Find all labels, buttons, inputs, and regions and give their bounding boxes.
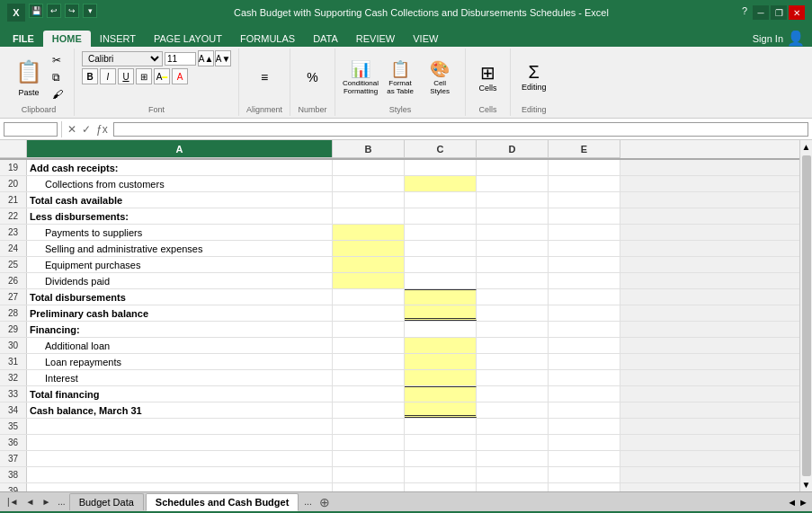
cell-e26[interactable] — [549, 273, 620, 288]
tab-data[interactable]: DATA — [304, 31, 347, 47]
cell-d36[interactable] — [477, 435, 549, 450]
cell-c29[interactable] — [405, 322, 477, 337]
cell-b32[interactable] — [333, 370, 405, 385]
tab-page-layout[interactable]: PAGE LAYOUT — [145, 31, 231, 47]
cell-d34[interactable] — [477, 402, 549, 418]
cell-a39[interactable] — [27, 483, 333, 491]
cell-d21[interactable] — [477, 192, 549, 208]
cell-e31[interactable] — [549, 354, 620, 369]
tab-home[interactable]: HOME — [43, 31, 91, 47]
cell-a20[interactable]: Collections from customers — [27, 176, 333, 191]
cell-b38[interactable] — [333, 467, 405, 482]
font-color-button[interactable]: A — [172, 68, 188, 84]
cell-e20[interactable] — [549, 176, 620, 191]
cell-d31[interactable] — [477, 354, 549, 369]
formula-input[interactable]: Expected cash collections: — [113, 122, 808, 137]
tab-view[interactable]: VIEW — [404, 31, 447, 47]
cell-b20[interactable] — [333, 176, 405, 191]
cell-d23[interactable] — [477, 225, 549, 240]
cell-d19[interactable] — [477, 160, 549, 175]
editing-button[interactable]: Σ Editing — [518, 60, 550, 93]
cell-a26[interactable]: Dividends paid — [27, 273, 333, 288]
cell-d20[interactable] — [477, 176, 549, 191]
cell-b28[interactable] — [333, 305, 405, 321]
cell-e32[interactable] — [549, 370, 620, 385]
grid-scroll[interactable]: 19Add cash receipts:20Collections from c… — [0, 160, 799, 491]
cell-d27[interactable] — [477, 289, 549, 305]
table-row[interactable]: 21Total cash available — [0, 192, 799, 208]
tab-review[interactable]: REVIEW — [347, 31, 404, 47]
cell-b19[interactable] — [333, 160, 405, 175]
col-header-e[interactable]: E — [549, 140, 620, 158]
bold-button[interactable]: B — [82, 68, 98, 84]
cell-b34[interactable] — [333, 402, 405, 418]
sheet-nav-more[interactable]: ... — [54, 497, 68, 507]
undo-icon[interactable]: ↩ — [47, 4, 61, 18]
sign-in[interactable]: Sign In 👤 — [753, 30, 808, 47]
cell-c28[interactable] — [405, 305, 477, 321]
sheet-nav-first[interactable]: |◄ — [4, 497, 22, 507]
cell-e27[interactable] — [549, 289, 620, 305]
table-row[interactable]: 32Interest — [0, 370, 799, 386]
cell-c39[interactable] — [405, 483, 477, 491]
cell-d32[interactable] — [477, 370, 549, 385]
cell-a36[interactable] — [27, 435, 333, 450]
table-row[interactable]: 33Total financing — [0, 386, 799, 402]
sheet-tab-schedules[interactable]: Schedules and Cash Budget — [146, 493, 299, 511]
name-box[interactable]: A1 — [4, 122, 58, 137]
redo-icon[interactable]: ↪ — [65, 4, 79, 18]
table-row[interactable]: 28Preliminary cash balance — [0, 305, 799, 322]
cell-e38[interactable] — [549, 467, 620, 482]
sheet-nav-dots[interactable]: ... — [300, 497, 315, 507]
cell-a21[interactable]: Total cash available — [27, 192, 333, 208]
cell-e28[interactable] — [549, 305, 620, 321]
sheet-scroll-left[interactable]: ◄ — [787, 497, 797, 508]
cells-button[interactable]: ⊞ Cells — [476, 60, 501, 94]
cell-c31[interactable] — [405, 354, 477, 369]
table-row[interactable]: 38 — [0, 467, 799, 483]
cell-b27[interactable] — [333, 289, 405, 305]
cell-d22[interactable] — [477, 208, 549, 224]
cell-e35[interactable] — [549, 419, 620, 434]
cell-b25[interactable] — [333, 257, 405, 272]
minimize-button[interactable]: ─ — [753, 5, 769, 20]
cell-b39[interactable] — [333, 483, 405, 491]
underline-button[interactable]: U — [118, 68, 134, 84]
cell-a37[interactable] — [27, 451, 333, 466]
cell-b24[interactable] — [333, 241, 405, 256]
font-increase-button[interactable]: A▲ — [198, 50, 214, 66]
fill-color-button[interactable]: A▬ — [154, 68, 170, 84]
cell-b36[interactable] — [333, 435, 405, 450]
cell-c25[interactable] — [405, 257, 477, 272]
cell-a38[interactable] — [27, 467, 333, 482]
cell-a35[interactable] — [27, 419, 333, 434]
cell-d38[interactable] — [477, 467, 549, 482]
close-button[interactable]: ✕ — [789, 5, 805, 20]
sheet-nav-next[interactable]: ► — [38, 497, 54, 507]
col-header-b[interactable]: B — [333, 140, 405, 158]
table-row[interactable]: 23Payments to suppliers — [0, 225, 799, 241]
cell-styles-button[interactable]: 🎨 Cell Styles — [422, 57, 458, 97]
tab-insert[interactable]: INSERT — [91, 31, 145, 47]
cell-b37[interactable] — [333, 451, 405, 466]
paste-button[interactable]: 📋 Paste — [11, 56, 47, 99]
cell-b22[interactable] — [333, 208, 405, 224]
cell-c36[interactable] — [405, 435, 477, 450]
cell-e23[interactable] — [549, 225, 620, 240]
cell-e24[interactable] — [549, 241, 620, 256]
cell-a22[interactable]: Less disbursements: — [27, 208, 333, 224]
cell-a25[interactable]: Equipment purchases — [27, 257, 333, 272]
format-as-table-button[interactable]: 📋 Format as Table — [382, 57, 418, 97]
alignment-button[interactable]: ≡ — [256, 66, 272, 89]
cell-c27[interactable] — [405, 289, 477, 305]
cell-a30[interactable]: Additional loan — [27, 338, 333, 353]
cell-d37[interactable] — [477, 451, 549, 466]
cell-a28[interactable]: Preliminary cash balance — [27, 305, 333, 321]
table-row[interactable]: 39 — [0, 483, 799, 491]
table-row[interactable]: 27Total disbursements — [0, 289, 799, 305]
cell-b26[interactable] — [333, 273, 405, 288]
font-name-select[interactable]: Calibri — [82, 51, 163, 66]
table-row[interactable]: 19Add cash receipts: — [0, 160, 799, 176]
table-row[interactable]: 20Collections from customers — [0, 176, 799, 192]
cell-d30[interactable] — [477, 338, 549, 353]
